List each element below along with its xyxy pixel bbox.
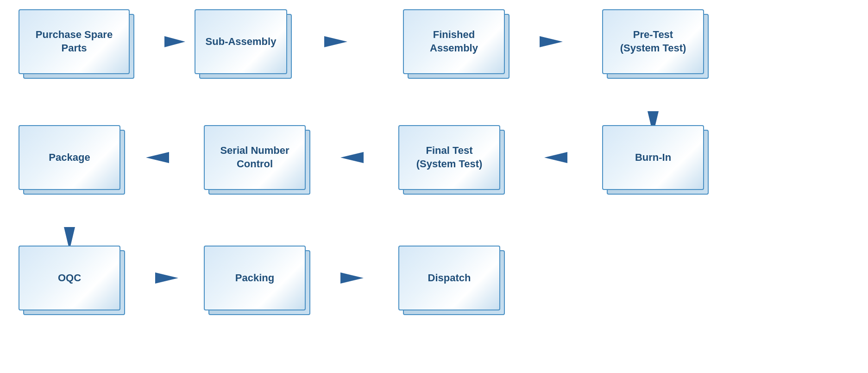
sub-assembly-box: Sub-Assembly xyxy=(195,9,287,74)
packing-label: Packing xyxy=(235,272,274,285)
arrow-package-to-oqc xyxy=(64,197,75,250)
arrow-serial-to-package xyxy=(146,152,197,163)
oqc-box: OQC xyxy=(19,246,120,310)
serial-number-control-label: Serial NumberControl xyxy=(220,144,289,171)
arrow-burnin-to-finaltest xyxy=(544,152,595,163)
arrow-packing-to-dispatch xyxy=(313,272,364,284)
packing-box: Packing xyxy=(204,246,306,310)
burn-in-label: Burn-In xyxy=(635,151,671,164)
process-flow-diagram: Purchase SpareParts Sub-Assembly Finishe… xyxy=(0,0,868,373)
dispatch-label: Dispatch xyxy=(428,272,471,285)
finished-assembly-box: FinishedAssembly xyxy=(403,9,505,74)
final-test-label: Final Test(System Test) xyxy=(416,144,483,171)
arrow-oqc-to-packing xyxy=(127,272,178,284)
arrow-finaltest-to-serial xyxy=(340,152,391,163)
package-label: Package xyxy=(49,151,90,164)
arrow-finished-to-pretest xyxy=(512,36,563,47)
arrow-purchase-to-subassembly xyxy=(137,36,185,47)
finished-assembly-label: FinishedAssembly xyxy=(430,28,478,55)
arrow-subassembly-to-finished xyxy=(294,36,347,47)
sub-assembly-label: Sub-Assembly xyxy=(206,35,277,49)
pre-test-box: Pre-Test(System Test) xyxy=(602,9,704,74)
oqc-label: OQC xyxy=(58,272,81,285)
burn-in-box: Burn-In xyxy=(602,125,704,190)
serial-number-control-box: Serial NumberControl xyxy=(204,125,306,190)
dispatch-box: Dispatch xyxy=(398,246,500,310)
package-box: Package xyxy=(19,125,120,190)
pre-test-label: Pre-Test(System Test) xyxy=(620,28,686,55)
purchase-spare-parts-box: Purchase SpareParts xyxy=(19,9,130,74)
purchase-spare-parts-label: Purchase SpareParts xyxy=(36,28,113,55)
final-test-box: Final Test(System Test) xyxy=(398,125,500,190)
